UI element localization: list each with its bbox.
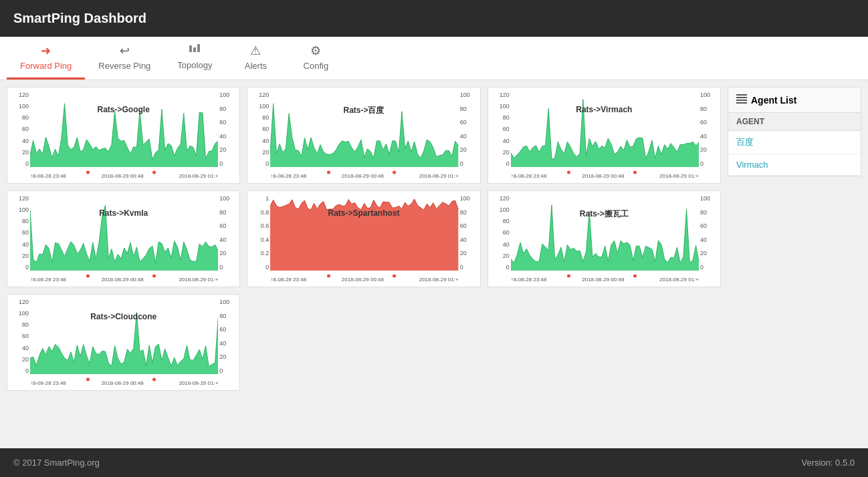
config-icon: ⚙ [310, 43, 321, 58]
chart-title-chart5: Rats->Spartanhost [328, 208, 399, 218]
svg-rect-0 [189, 45, 192, 52]
svg-rect-12 [736, 100, 747, 101]
agent-col-header: AGENT [728, 113, 861, 131]
tab-alerts[interactable]: ⚠ Alerts [225, 37, 286, 80]
svg-rect-2 [197, 44, 200, 52]
main-content: Rats->Google 120100806040200 10080604020… [0, 80, 868, 448]
sidebar-agent-virmach[interactable]: Virmach [728, 154, 861, 176]
version-text: Version: 0.5.0 [802, 458, 855, 468]
sidebar-agent-baidu[interactable]: 百度 [728, 131, 861, 154]
tab-config-label: Config [304, 61, 329, 71]
list-icon [736, 94, 747, 106]
app-title: SmartPing Dashbord [13, 11, 146, 25]
copyright-text: © 2017 SmartPing.org [13, 458, 100, 468]
chart-title-chart3: Rats->Virmach [576, 105, 632, 114]
tab-reverse-ping-label: Reverse Ping [98, 61, 150, 71]
topology-icon [189, 43, 201, 57]
chart-title-chart1: Rats->Google [97, 105, 149, 114]
alerts-icon: ⚠ [250, 43, 261, 58]
tab-reverse-ping[interactable]: ↩ Reverse Ping [85, 37, 164, 80]
forward-ping-icon: ➜ [41, 43, 51, 58]
chart-chart6: Rats->搬瓦工 120100806040200 100806040200 [487, 190, 721, 287]
chart-chart1: Rats->Google 120100806040200 10080604020… [7, 87, 240, 184]
charts-grid: Rats->Google 120100806040200 10080604020… [7, 87, 721, 442]
tab-config[interactable]: ⚙ Config [286, 37, 346, 80]
chart-title-chart4: Rats->Kvmla [99, 208, 148, 218]
svg-marker-9 [30, 313, 218, 374]
chart-chart5: Rats->Spartanhost 10.80.60.40.20 1008060… [247, 190, 480, 287]
svg-rect-11 [736, 97, 747, 98]
chart-chart3: Rats->Virmach 120100806040200 1008060402… [487, 87, 721, 184]
tab-alerts-label: Alerts [245, 61, 267, 71]
chart-chart2: Rats->百度 120100806040200 100806040200 [247, 87, 480, 184]
agent-list-title: Agent List [751, 95, 796, 106]
app-footer: © 2017 SmartPing.org Version: 0.5.0 [0, 448, 868, 477]
chart-chart4: Rats->Kvmla 120100806040200 100806040200 [7, 190, 240, 287]
agent-list-panel: Agent List AGENT 百度 Virmach [728, 87, 861, 176]
svg-rect-1 [193, 47, 196, 52]
tab-topology[interactable]: Topology [164, 37, 225, 80]
agent-list-header: Agent List [728, 88, 861, 113]
chart-title-chart6: Rats->搬瓦工 [580, 208, 629, 220]
main-nav: ➜ Forward Ping ↩ Reverse Ping Topology ⚠… [0, 37, 868, 80]
svg-rect-10 [736, 94, 747, 96]
tab-forward-ping[interactable]: ➜ Forward Ping [7, 37, 85, 80]
tab-forward-ping-label: Forward Ping [20, 61, 72, 71]
chart-title-chart2: Rats->百度 [343, 105, 384, 116]
app-header: SmartPing Dashbord [0, 0, 868, 37]
svg-rect-13 [736, 102, 747, 104]
tab-topology-label: Topology [177, 60, 212, 70]
chart-title-chart7: Rats->Cloudcone [90, 312, 156, 321]
reverse-ping-icon: ↩ [120, 43, 130, 58]
chart-chart7: Rats->Cloudcone 120100806040200 10080604… [7, 294, 240, 391]
